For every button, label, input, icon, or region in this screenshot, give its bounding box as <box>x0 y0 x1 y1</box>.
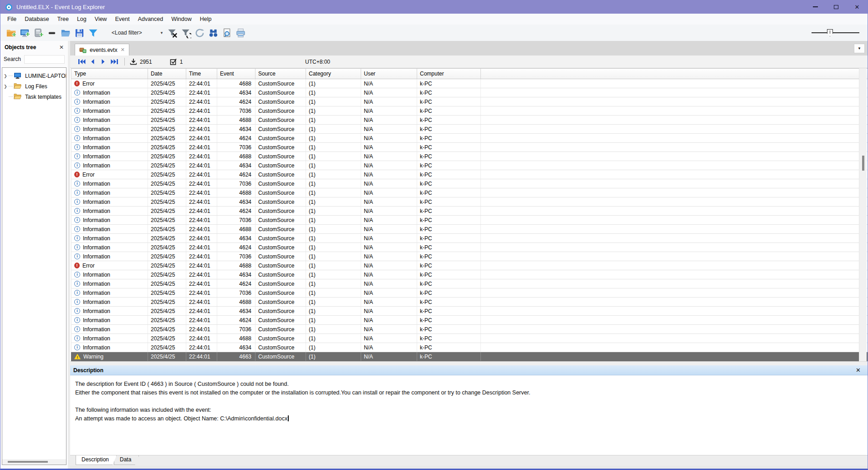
table-row[interactable]: iInformation2025/4/2522:44:014688CustomS… <box>71 152 868 161</box>
column-header-source[interactable]: Source <box>255 69 306 79</box>
menu-item-tree[interactable]: Tree <box>53 15 73 24</box>
table-vertical-scrollbar[interactable] <box>859 68 867 361</box>
maximize-button[interactable] <box>826 0 847 14</box>
table-row[interactable]: iInformation2025/4/2522:44:017036CustomS… <box>71 179 868 188</box>
table-row[interactable]: iInformation2025/4/2522:44:014624CustomS… <box>71 97 868 106</box>
column-header-user[interactable]: User <box>361 69 417 79</box>
table-row[interactable]: !Error2025/4/2522:44:014688CustomSource(… <box>71 261 868 270</box>
cell-event: 4624 <box>217 170 255 179</box>
table-row[interactable]: iInformation2025/4/2522:44:017036CustomS… <box>71 216 868 225</box>
open-event-log-button[interactable] <box>31 26 45 39</box>
tab-list-dropdown-button[interactable]: ▼ <box>854 44 865 53</box>
cell-computer: k-PC <box>417 261 481 270</box>
table-row[interactable]: iInformation2025/4/2522:44:014634CustomS… <box>71 125 868 134</box>
menu-item-window[interactable]: Window <box>167 15 195 24</box>
table-row[interactable]: iInformation2025/4/2522:44:017036CustomS… <box>71 143 868 152</box>
table-row[interactable]: iInformation2025/4/2522:44:014624CustomS… <box>71 279 868 288</box>
information-icon: i <box>74 162 80 168</box>
information-icon: i <box>74 272 80 278</box>
description-text[interactable]: The description for Event ID ( 4663 ) in… <box>70 375 868 455</box>
objects-tree-close-icon[interactable]: ✕ <box>59 44 64 51</box>
tab-events-evtx[interactable]: events.evtx ✕ <box>75 44 129 56</box>
column-header-date[interactable]: Date <box>148 69 186 79</box>
table-row[interactable]: iInformation2025/4/2522:44:014634CustomS… <box>71 234 868 243</box>
table-row[interactable]: iInformation2025/4/2522:44:014688CustomS… <box>71 116 868 125</box>
search-input[interactable] <box>24 55 65 64</box>
refresh-button[interactable] <box>193 26 206 39</box>
tree-item-task-templates[interactable]: Task templates <box>2 91 66 102</box>
open-file-button[interactable] <box>59 26 72 39</box>
column-header-event[interactable]: Event <box>217 69 255 79</box>
table-row[interactable]: iInformation2025/4/2522:44:014634CustomS… <box>71 270 868 279</box>
column-header-time[interactable]: Time <box>186 69 217 79</box>
menu-item-advanced[interactable]: Advanced <box>134 15 168 24</box>
remove-log-button[interactable] <box>45 26 59 39</box>
menu-item-database[interactable]: Database <box>20 15 53 24</box>
menu-item-help[interactable]: Help <box>196 15 216 24</box>
minimize-button[interactable] <box>805 0 826 14</box>
next-record-button[interactable] <box>98 57 109 66</box>
app-window: Untitled.ELX - Event Log Explorer ✕ File… <box>0 0 868 470</box>
bottom-tab-data[interactable]: Data <box>114 455 139 465</box>
tree-item-lumine-laptop[interactable]: ❯LUMINE-LAPTOP <box>2 71 66 81</box>
menu-item-log[interactable]: Log <box>73 15 91 24</box>
close-button[interactable]: ✕ <box>847 0 868 14</box>
table-row[interactable]: iInformation2025/4/2522:44:014634CustomS… <box>71 197 868 207</box>
description-close-icon[interactable]: ✕ <box>856 367 864 374</box>
bottom-tab-description[interactable]: Description <box>76 455 117 465</box>
table-row[interactable]: iInformation2025/4/2522:44:014634CustomS… <box>71 343 868 352</box>
cell-source: CustomSource <box>255 334 306 343</box>
menu-item-view[interactable]: View <box>91 15 111 24</box>
table-row[interactable]: iInformation2025/4/2522:44:017036CustomS… <box>71 106 868 116</box>
table-row[interactable]: iInformation2025/4/2522:44:014634CustomS… <box>71 88 868 97</box>
clear-filter-icon <box>167 28 178 38</box>
tab-close-icon[interactable]: ✕ <box>121 47 125 53</box>
column-header-type[interactable]: Type <box>71 69 148 79</box>
tree-expand-icon[interactable]: ❯ <box>2 74 9 78</box>
tree-expand-icon[interactable]: ❯ <box>2 84 9 89</box>
objects-tree-title: Objects tree <box>5 44 36 51</box>
column-header-category[interactable]: Category <box>306 69 361 79</box>
tree-horizontal-scrollbar[interactable] <box>2 459 66 465</box>
cell-user: N/A <box>361 234 417 243</box>
table-vscroll-thumb[interactable] <box>862 156 864 171</box>
table-row[interactable]: iInformation2025/4/2522:44:017036CustomS… <box>71 325 868 334</box>
table-row[interactable]: iInformation2025/4/2522:44:014624CustomS… <box>71 243 868 252</box>
reapply-filter-button[interactable] <box>179 26 193 39</box>
zoom-slider[interactable] <box>812 30 859 35</box>
table-row[interactable]: iInformation2025/4/2522:44:014634CustomS… <box>71 307 868 316</box>
table-row[interactable]: iInformation2025/4/2522:44:017036CustomS… <box>71 288 868 298</box>
filter-button[interactable] <box>86 26 100 39</box>
table-row[interactable]: !Error2025/4/2522:44:014624CustomSource(… <box>71 170 868 179</box>
tree-hscroll-thumb[interactable] <box>8 461 48 463</box>
preview-details-button[interactable] <box>220 26 234 39</box>
menu-item-event[interactable]: Event <box>111 15 134 24</box>
table-row[interactable]: iInformation2025/4/2522:44:014624CustomS… <box>71 207 868 216</box>
load-filter-combo[interactable]: <Load filter> ▼ <box>110 28 165 38</box>
print-button[interactable] <box>234 26 247 39</box>
table-row[interactable]: iInformation2025/4/2522:44:017036CustomS… <box>71 252 868 261</box>
previous-record-button[interactable] <box>87 57 98 66</box>
open-computer-button[interactable] <box>18 26 31 39</box>
menu-item-file[interactable]: File <box>3 15 20 24</box>
table-row[interactable]: iInformation2025/4/2522:44:014624CustomS… <box>71 316 868 325</box>
last-record-button[interactable] <box>109 57 120 66</box>
save-log-button[interactable] <box>72 26 86 39</box>
table-row[interactable]: iInformation2025/4/2522:44:014688CustomS… <box>71 298 868 307</box>
first-record-button[interactable] <box>76 57 87 66</box>
table-row[interactable]: !Error2025/4/2522:44:014688CustomSource(… <box>71 79 868 88</box>
table-row[interactable]: iInformation2025/4/2522:44:014688CustomS… <box>71 188 868 197</box>
table-row[interactable]: iInformation2025/4/2522:44:014688CustomS… <box>71 225 868 234</box>
clear-filter-button[interactable] <box>165 26 179 39</box>
cell-category: (1) <box>306 197 361 206</box>
table-row[interactable]: iInformation2025/4/2522:44:014634CustomS… <box>71 161 868 170</box>
tree-item-log-files[interactable]: ❯Log Files <box>2 81 66 91</box>
zoom-slider-thumb[interactable] <box>827 29 833 36</box>
table-row[interactable]: iInformation2025/4/2522:44:014624CustomS… <box>71 134 868 143</box>
find-button[interactable] <box>206 26 220 39</box>
description-splitter[interactable] <box>70 361 868 365</box>
add-log-file-button[interactable] <box>4 26 18 39</box>
table-row[interactable]: !Warning2025/4/2522:44:014663CustomSourc… <box>71 352 868 361</box>
table-row[interactable]: iInformation2025/4/2522:44:014688CustomS… <box>71 334 868 343</box>
column-header-computer[interactable]: Computer <box>417 69 481 79</box>
